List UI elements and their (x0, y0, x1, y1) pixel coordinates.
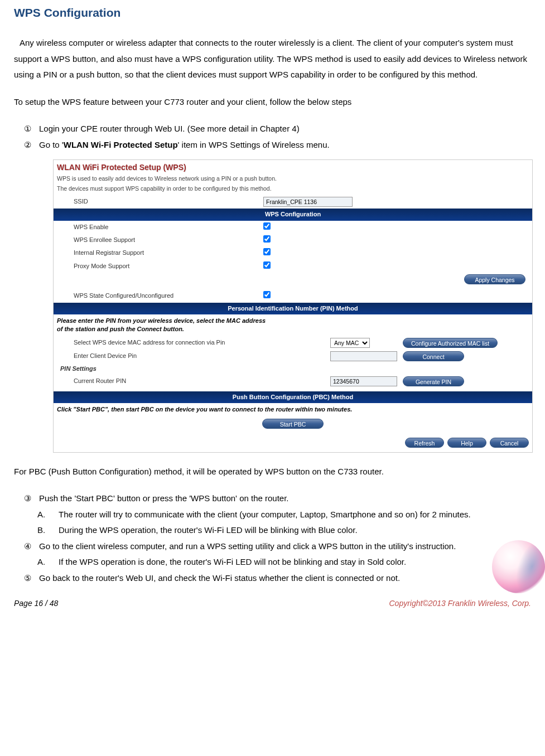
step-5: ⑤ Go back to the router's Web UI, and ch… (14, 570, 531, 587)
step-2-post: ' item in WPS Settings of Wireless menu. (178, 140, 330, 149)
enter-pin-row: Enter Client Device Pin Connect (54, 350, 532, 363)
page-number: Page 16 / 48 (14, 596, 58, 611)
wps-enable-row: WPS Enable (54, 221, 532, 234)
cancel-button[interactable]: Cancel (490, 438, 529, 448)
ssid-input[interactable] (263, 197, 353, 207)
bar-pin-method: Personal Identification Number (PIN) Met… (54, 303, 532, 314)
start-pbc-button[interactable]: Start PBC (262, 419, 324, 429)
current-pin-label: Current Router PIN (57, 377, 330, 385)
step-3a-text: The router will try to communicate with … (59, 507, 531, 523)
step-2-bold: WLAN Wi-Fi Protected Setup (64, 140, 178, 149)
enrollee-label: WPS Enrollee Support (57, 236, 263, 244)
ssid-row: SSID (54, 195, 532, 209)
pbc-instruction: Click "Start PBC", then start PBC on the… (54, 403, 532, 416)
configure-mac-button[interactable]: Configure Authorized MAC list (403, 338, 498, 348)
help-button[interactable]: Help (447, 438, 486, 448)
apply-row: Apply Changes (54, 273, 532, 286)
proxy-row: Proxy Mode Support (54, 260, 532, 273)
mac-select[interactable]: Any MAC (330, 338, 370, 348)
ui-desc-2: The devices must support WPS capability … (54, 185, 532, 195)
page-footer: Page 16 / 48 Copyright©2013 Franklin Wir… (14, 593, 531, 616)
step-4a-text: If the WPS operation is done, the router… (59, 554, 531, 570)
step-3-text: Push the 'Start PBC' button or press the… (39, 491, 531, 507)
pin-instruction: Please enter the PIN from your wireless … (54, 314, 532, 336)
wps-enable-checkbox[interactable] (263, 222, 271, 230)
client-pin-input[interactable] (330, 351, 397, 361)
select-mac-row: Select WPS device MAC address for connec… (54, 336, 532, 350)
proxy-checkbox[interactable] (263, 261, 271, 269)
generate-pin-button[interactable]: Generate PIN (403, 376, 464, 386)
ui-desc-1: WPS is used to easily add devices to Wir… (54, 175, 532, 185)
state-row: WPS State Configured/Unconfigured (54, 289, 532, 302)
step-2: ② Go to 'WLAN Wi-Fi Protected Setup' ite… (14, 137, 531, 153)
ui-heading: WLAN WiFi Protected Setup (WPS) (54, 160, 532, 175)
step-1-text: Login your CPE router through Web UI. (S… (39, 121, 531, 137)
wps-ui-panel: WLAN WiFi Protected Setup (WPS) WPS is u… (53, 159, 533, 453)
wps-enable-label: WPS Enable (57, 223, 263, 231)
step-3a: A. The router will try to communicate wi… (14, 507, 531, 523)
page-title: WPS Configuration (14, 6, 531, 20)
step-3b-marker: B. (14, 522, 59, 539)
step-3a-marker: A. (14, 507, 59, 523)
state-checkbox[interactable] (263, 291, 271, 298)
select-mac-label: Select WPS device MAC address for connec… (57, 338, 330, 347)
current-pin-row: Current Router PIN Generate PIN (54, 375, 532, 388)
step-2-pre: Go to ' (39, 140, 64, 149)
bar-pbc-method: Push Button Configuration (PBC) Method (54, 391, 532, 403)
step-4: ④ Go to the client wireless computer, an… (14, 539, 531, 555)
current-pin-input[interactable] (330, 376, 397, 386)
registrar-row: Internal Registrar Support (54, 246, 532, 259)
ui-bottom-buttons: Refresh Help Cancel (54, 432, 532, 452)
setup-line: To setup the WPS feature between your C7… (14, 94, 531, 110)
enter-pin-label: Enter Client Device Pin (57, 352, 330, 360)
apply-changes-button[interactable]: Apply Changes (464, 274, 525, 284)
ssid-label: SSID (57, 197, 263, 206)
registrar-label: Internal Registrar Support (57, 249, 263, 257)
pin-settings-label: PIN Settings (57, 365, 263, 373)
registrar-checkbox[interactable] (263, 248, 271, 255)
step-5-marker: ⑤ (14, 570, 39, 587)
intro-paragraph: Any wireless computer or wireless adapte… (14, 35, 531, 83)
step-3: ③ Push the 'Start PBC' button or press t… (14, 491, 531, 507)
step-4a: A. If the WPS operation is done, the rou… (14, 554, 531, 570)
steps-list-2: ③ Push the 'Start PBC' button or press t… (14, 491, 531, 586)
copyright: Copyright©2013 Franklin Wireless, Corp. (389, 596, 531, 611)
step-2-text: Go to 'WLAN Wi-Fi Protected Setup' item … (39, 137, 531, 153)
step-4-marker: ④ (14, 539, 39, 555)
enrollee-row: WPS Enrollee Support (54, 234, 532, 246)
state-label: WPS State Configured/Unconfigured (57, 292, 263, 300)
step-5-text: Go back to the router's Web UI, and chec… (39, 570, 531, 587)
step-1-marker: ① (14, 121, 39, 137)
step-1: ① Login your CPE router through Web UI. … (14, 121, 531, 137)
pbc-intro: For PBC (Push Button Configuration) meth… (14, 464, 531, 480)
proxy-label: Proxy Mode Support (57, 262, 263, 270)
bar-wps-config: WPS Configuration (54, 209, 532, 220)
step-3b: B. During the WPS operation, the router'… (14, 522, 531, 539)
step-4a-marker: A. (14, 554, 59, 570)
step-3b-text: During the WPS operation, the router's W… (59, 522, 531, 539)
pin-settings-row: PIN Settings (54, 363, 532, 375)
step-3-marker: ③ (14, 491, 39, 507)
pin-instr-1: Please enter the PIN from your wireless … (57, 317, 266, 324)
steps-list: ① Login your CPE router through Web UI. … (14, 121, 531, 153)
enrollee-checkbox[interactable] (263, 235, 271, 243)
pin-instr-2: of the station and push the Connect butt… (57, 326, 184, 332)
refresh-button[interactable]: Refresh (405, 438, 444, 448)
connect-button[interactable]: Connect (403, 351, 464, 361)
step-4-text: Go to the client wireless computer, and … (39, 539, 531, 555)
step-2-marker: ② (14, 137, 39, 153)
